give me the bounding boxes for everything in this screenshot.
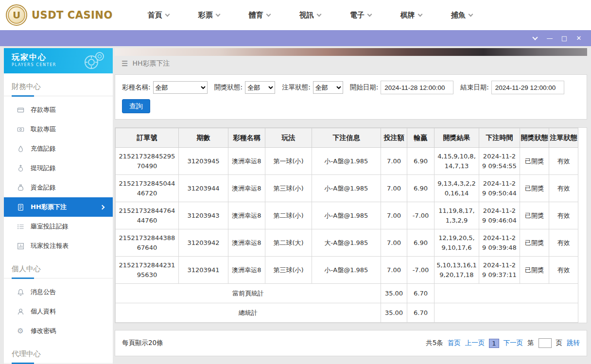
cell-order-status: 有效	[549, 175, 578, 202]
minimize-icon: —	[547, 35, 553, 42]
sidebar-item-label: 存款專區	[31, 105, 56, 114]
cell-draw-status: 已開獎	[520, 148, 549, 175]
cell-issue: 31203941	[179, 257, 228, 284]
sidebar-item-bet-report[interactable]: 玩家投注報表	[4, 236, 113, 256]
page-summary-bet-total: 35.00	[381, 284, 407, 303]
sidebar-item-recharge-record[interactable]: 充值記錄	[4, 139, 113, 158]
jump-link[interactable]: 跳转	[567, 339, 580, 347]
section-underline	[12, 95, 34, 97]
table-row: 2152173284423195630 31203941 澳洲幸运8 第三球(小…	[116, 257, 578, 284]
grand-summary-row: 總統計 35.00 6.70	[116, 303, 578, 323]
nav-item-slots[interactable]: 電子	[335, 11, 386, 20]
draw-status-select[interactable]: 全部	[245, 81, 275, 94]
cell-draw-result: 9,13,4,3,2,20,16,14	[435, 175, 479, 202]
draw-status-label: 開獎狀態:	[214, 83, 243, 92]
top-nav: U USDT CASINO 首頁 彩票 體育 視訊 電子 棋牌 捕魚	[0, 0, 591, 30]
cell-lottery-name: 澳洲幸运8	[228, 229, 265, 257]
sidebar-item-funds-record[interactable]: 資金記錄	[4, 178, 113, 197]
cell-order-no: 2152173284529570490	[116, 148, 179, 175]
hall-bet-record-icon	[17, 223, 24, 230]
sidebar-item-label: 玩家投注報表	[31, 242, 69, 250]
sidebar-item-deposit[interactable]: 存款專區	[4, 100, 113, 120]
sidebar-item-hall-bet-record[interactable]: 廳室投註記錄	[4, 217, 113, 236]
sidebar-item-label: 取款專區	[31, 125, 56, 134]
withdraw-cash-icon	[17, 126, 24, 133]
cell-win-loss: 6.90	[407, 229, 435, 257]
sidebar-item-profile[interactable]: 個人資料	[4, 302, 113, 321]
pager: 共5条 首页 上一页 1 下一页 第 页 跳转	[426, 338, 580, 348]
current-page-indicator[interactable]: 1	[489, 339, 499, 348]
cell-order-status: 有效	[549, 148, 578, 175]
page-title: HH彩票下注	[132, 59, 170, 68]
chevron-down-icon	[367, 12, 372, 17]
next-page-link[interactable]: 下一页	[504, 339, 523, 347]
casino-logo[interactable]: U USDT CASINO	[6, 4, 113, 26]
sidebar-item-cashout-record[interactable]: 提現記錄	[4, 158, 113, 178]
nav-item-live-video[interactable]: 視訊	[285, 11, 335, 20]
order-status-select[interactable]: 全部	[313, 81, 343, 94]
sidebar-item-announcements[interactable]: 消息公告	[4, 282, 113, 302]
nav-item-fishing[interactable]: 捕魚	[436, 11, 487, 20]
window-menu-button[interactable]	[528, 30, 542, 46]
main-content: ☰ HH彩票下注 彩種名稱: 全部 開獎狀態: 全部 注單狀態: 全部 開始日期…	[115, 48, 587, 364]
cell-win-loss: -7.00	[407, 202, 435, 229]
sidebar-item-change-password[interactable]: ⚙ 修改密碼	[4, 321, 113, 341]
nav-item-sports[interactable]: 體育	[234, 11, 285, 20]
close-button[interactable]: ✕	[572, 30, 586, 46]
cell-lottery-name: 澳洲幸运8	[228, 202, 265, 229]
cell-bet-info: 大-A盤@1.985	[312, 229, 381, 257]
cell-draw-status: 已開獎	[520, 257, 549, 284]
nav-item-label: 彩票	[198, 11, 213, 20]
nav-item-home[interactable]: 首頁	[133, 11, 184, 20]
cell-play-type: 第三球(小)	[265, 175, 312, 202]
cell-play-type: 第三球(小)	[265, 257, 312, 284]
funds-record-icon	[17, 184, 24, 191]
maximize-icon: □	[561, 35, 567, 42]
bets-table-panel: 訂單號 期數 彩種名稱 玩法 下注信息 投注額 輸贏 開獎結果 下注時間 開獎狀…	[115, 127, 587, 323]
prev-page-link[interactable]: 上一页	[465, 339, 485, 347]
chevron-right-icon	[100, 205, 105, 209]
first-page-link[interactable]: 首页	[448, 339, 461, 347]
query-button[interactable]: 查詢	[122, 99, 150, 113]
chevron-down-icon	[468, 12, 473, 17]
maximize-button[interactable]: □	[557, 30, 572, 46]
page-summary-empty	[435, 284, 578, 303]
page-jump-input[interactable]	[539, 338, 552, 348]
cell-order-status: 有效	[549, 257, 578, 284]
cell-order-no: 2152173284423195630	[116, 257, 179, 284]
nav-item-label: 捕魚	[451, 11, 466, 20]
sidebar-item-lottery-bets[interactable]: HH彩票下注	[4, 197, 113, 217]
col-issue: 期數	[179, 128, 228, 148]
sidebar-item-withdraw[interactable]: 取款專區	[4, 120, 113, 139]
logo-mark: U	[13, 9, 20, 21]
poker-chip-icon	[84, 51, 105, 72]
cell-win-loss: -7.00	[407, 257, 435, 284]
nav-item-label: 電子	[350, 11, 365, 20]
logo-text: USDT CASINO	[32, 9, 113, 21]
filter-row: 彩種名稱: 全部 開獎狀態: 全部 注單狀態: 全部 開始日期: 結束日期:	[122, 81, 580, 94]
table-row: 2152173284438867640 31203942 澳洲幸运8 第二球(大…	[116, 229, 578, 257]
cell-draw-result: 12,19,20,5,9,10,17,6	[435, 229, 479, 257]
col-bet-amount: 投注額	[381, 128, 407, 148]
col-lottery-name: 彩種名稱	[228, 128, 265, 148]
recharge-record-icon	[17, 145, 24, 153]
hamburger-icon[interactable]: ☰	[122, 59, 128, 68]
filter-panel: 彩種名稱: 全部 開獎狀態: 全部 注單狀態: 全部 開始日期: 結束日期: 查…	[115, 74, 587, 120]
cell-bet-info: 小-A盤@1.985	[312, 202, 381, 229]
page-summary-label: 當前頁統計	[116, 284, 381, 303]
end-date-input[interactable]	[491, 81, 564, 94]
grand-summary-empty	[435, 303, 578, 323]
lottery-name-label: 彩種名稱:	[122, 83, 151, 92]
cell-bet-info: 小-A盤@1.985	[312, 148, 381, 175]
chevron-down-icon	[417, 12, 422, 17]
cell-play-type: 第二球(大)	[265, 229, 312, 257]
cell-order-no: 2152173284476444760	[116, 202, 179, 229]
nav-item-label: 棋牌	[400, 11, 415, 20]
order-status-label: 注單狀態:	[282, 83, 311, 92]
minimize-button[interactable]: —	[542, 30, 557, 46]
chevron-down-icon	[316, 12, 321, 17]
start-date-input[interactable]	[381, 81, 453, 94]
lottery-name-select[interactable]: 全部	[153, 81, 208, 94]
nav-item-lottery[interactable]: 彩票	[184, 11, 234, 20]
nav-item-board-games[interactable]: 棋牌	[386, 11, 436, 20]
